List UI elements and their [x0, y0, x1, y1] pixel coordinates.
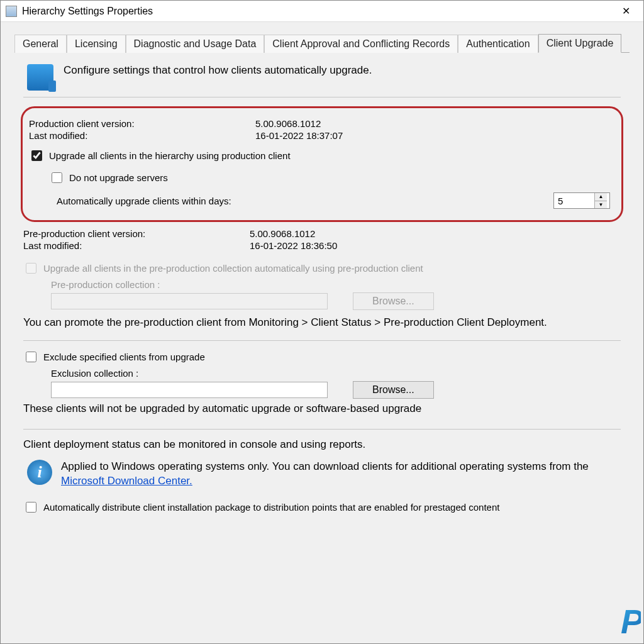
production-version-label: Production client version: — [29, 118, 255, 129]
divider-3 — [23, 429, 621, 430]
production-version-row: Production client version: 5.00.9068.101… — [29, 118, 610, 129]
exclusion-browse-button[interactable]: Browse... — [353, 381, 434, 399]
exclusion-collection-input[interactable] — [51, 382, 328, 398]
tabstrip: General Licensing Diagnostic and Usage D… — [14, 33, 630, 53]
production-modified-label: Last modified: — [29, 130, 255, 141]
tab-general[interactable]: General — [14, 35, 67, 53]
preprod-collection-block: Pre-production collection : Browse... — [51, 279, 621, 310]
info-icon: i — [27, 460, 52, 485]
production-highlight: Production client version: 5.00.9068.101… — [21, 106, 623, 222]
preprod-upgrade-all-checkbox — [26, 263, 36, 274]
preprod-version-value: 5.00.9068.1012 — [250, 228, 315, 239]
preprod-version-row: Pre-production client version: 5.00.9068… — [23, 228, 621, 239]
upgrade-all-checkbox[interactable] — [31, 150, 42, 161]
intro-row: Configure settings that control how clie… — [23, 64, 621, 91]
auto-distribute-checkbox[interactable] — [26, 502, 36, 513]
info-row: i Applied to Windows operating systems o… — [23, 460, 621, 489]
tab-client-approval[interactable]: Client Approval and Conflicting Records — [264, 35, 458, 53]
deployment-status-note: Client deployment status can be monitore… — [23, 438, 621, 451]
preprod-modified-value: 16-01-2022 18:36:50 — [250, 240, 337, 251]
upgrade-all-row: Upgrade all clients in the hierarchy usi… — [29, 148, 610, 163]
preprod-modified-row: Last modified: 16-01-2022 18:36:50 — [23, 240, 621, 251]
do-not-upgrade-servers-label: Do not upgrade servers — [69, 172, 168, 183]
titlebar: Hierarchy Settings Properties ✕ — [1, 1, 643, 22]
preprod-upgrade-all-label: Upgrade all clients in the pre-productio… — [43, 263, 423, 274]
tab-licensing[interactable]: Licensing — [67, 35, 126, 53]
spinner-up[interactable]: ▲ — [595, 193, 607, 201]
auto-days-spinner: ▲ ▼ — [553, 192, 610, 209]
preprod-browse-button: Browse... — [353, 292, 434, 310]
auto-days-input[interactable] — [554, 193, 594, 208]
exclusion-collection-block: Exclusion collection : Browse... — [51, 368, 621, 399]
exclude-checkbox[interactable] — [26, 352, 36, 362]
intro-text: Configure settings that control how clie… — [64, 64, 372, 77]
tab-diagnostic[interactable]: Diagnostic and Usage Data — [126, 35, 265, 53]
preprod-collection-input — [51, 293, 328, 309]
divider — [23, 97, 621, 97]
info-text: Applied to Windows operating systems onl… — [61, 460, 621, 489]
preprod-collection-label: Pre-production collection : — [51, 279, 621, 290]
do-not-upgrade-servers-row: Do not upgrade servers — [49, 170, 610, 185]
close-button[interactable]: ✕ — [613, 4, 638, 19]
tab-client-upgrade[interactable]: Client Upgrade — [538, 34, 622, 53]
preprod-version-label: Pre-production client version: — [23, 228, 250, 239]
production-modified-value: 16-01-2022 18:37:07 — [255, 130, 343, 141]
preprod-promote-note: You can promote the pre-production clien… — [23, 316, 621, 329]
divider-2 — [23, 340, 621, 341]
production-version-value: 5.00.9068.1012 — [255, 118, 321, 129]
preprod-modified-label: Last modified: — [23, 240, 250, 251]
app-icon — [6, 6, 17, 17]
window-title: Hierarchy Settings Properties — [22, 6, 613, 17]
spinner-down[interactable]: ▼ — [595, 201, 607, 209]
server-icon — [27, 64, 53, 91]
auto-distribute-label: Automatically distribute client installa… — [43, 502, 499, 513]
auto-distribute-row: Automatically distribute client installa… — [23, 500, 621, 514]
preprod-upgrade-all-row: Upgrade all clients in the pre-productio… — [23, 261, 621, 275]
exclude-label: Exclude specified clients from upgrade — [43, 352, 205, 362]
spinner-arrows: ▲ ▼ — [594, 193, 607, 208]
tab-authentication[interactable]: Authentication — [458, 35, 538, 53]
download-center-link[interactable]: Microsoft Download Center. — [61, 475, 192, 487]
exclude-row: Exclude specified clients from upgrade — [23, 350, 621, 364]
info-text-prefix: Applied to Windows operating systems onl… — [61, 460, 589, 472]
do-not-upgrade-servers-checkbox[interactable] — [52, 172, 62, 183]
production-modified-row: Last modified: 16-01-2022 18:37:07 — [29, 130, 610, 141]
dialog-window: Hierarchy Settings Properties ✕ General … — [0, 0, 644, 644]
auto-days-row: Automatically upgrade clients within day… — [57, 192, 610, 209]
exclusion-collection-label: Exclusion collection : — [51, 368, 621, 379]
auto-days-label: Automatically upgrade clients within day… — [57, 196, 553, 206]
exclusion-note: These clients will not be upgraded by au… — [23, 402, 621, 415]
upgrade-all-label: Upgrade all clients in the hierarchy usi… — [49, 150, 291, 161]
watermark: P — [621, 602, 641, 641]
dialog-body: General Licensing Diagnostic and Usage D… — [1, 22, 643, 514]
tab-content: Configure settings that control how clie… — [14, 53, 630, 514]
